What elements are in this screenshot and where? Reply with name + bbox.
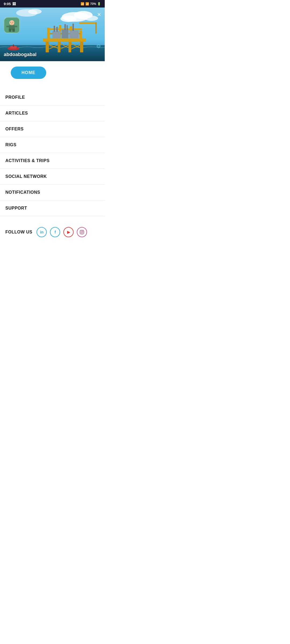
close-button[interactable]: × <box>97 11 101 18</box>
footer: FOLLOW US in f ▶ <box>0 216 105 243</box>
facebook-icon[interactable]: f <box>50 227 60 237</box>
username-label: abdoabogabal <box>4 52 37 57</box>
social-icons: in f ▶ <box>37 227 87 237</box>
svg-rect-35 <box>95 30 97 34</box>
status-bar: 9:05 🖼 📶 📶 73% 🔋 <box>0 0 105 8</box>
svg-rect-10 <box>80 42 83 52</box>
svg-rect-28 <box>54 26 55 32</box>
svg-rect-30 <box>64 24 66 30</box>
wifi-icon: 📶 <box>85 2 89 6</box>
nav-container: HOME PROFILEARTICLESOFFERSRIGSACTIVITIES… <box>0 61 105 216</box>
svg-point-40 <box>9 20 15 25</box>
sim-icon: 📶 <box>81 2 84 6</box>
svg-rect-31 <box>67 25 68 30</box>
status-left: 9:05 🖼 <box>4 2 16 6</box>
svg-point-4 <box>85 16 98 21</box>
settings-button[interactable]: ⚙ <box>96 43 101 49</box>
nav-item-profile[interactable]: PROFILE <box>0 90 105 105</box>
svg-rect-32 <box>73 24 74 31</box>
battery-display: 73% <box>90 2 96 5</box>
svg-point-50 <box>83 231 83 232</box>
header-banner: × ⚙ abdoabogabal <box>0 8 105 61</box>
svg-rect-11 <box>58 42 60 52</box>
nav-item-articles[interactable]: ARTICLES <box>0 105 105 121</box>
linkedin-icon[interactable]: in <box>37 227 47 237</box>
svg-point-6 <box>28 9 42 14</box>
nav-item-social-network[interactable]: SOCIAL NETWORK <box>0 169 105 185</box>
nav-item-activities[interactable]: ACTIVITIES & TRIPS <box>0 153 105 169</box>
nav-item-rigs[interactable]: RIGS <box>0 137 105 153</box>
svg-rect-33 <box>79 22 97 24</box>
nav-menu: PROFILEARTICLESOFFERSRIGSACTIVITIES & TR… <box>0 90 105 216</box>
svg-point-49 <box>81 231 83 233</box>
status-right: 📶 📶 73% 🔋 <box>81 2 101 6</box>
svg-rect-27 <box>69 30 79 38</box>
svg-point-47 <box>12 22 13 23</box>
home-button[interactable]: HOME <box>11 67 46 79</box>
svg-rect-44 <box>6 26 9 27</box>
image-icon: 🖼 <box>12 2 16 6</box>
svg-rect-45 <box>14 26 17 27</box>
svg-rect-26 <box>62 30 68 38</box>
svg-rect-48 <box>80 230 84 234</box>
svg-rect-34 <box>95 22 97 30</box>
user-avatar <box>4 17 20 33</box>
nav-item-support[interactable]: SUPPORT <box>0 200 105 216</box>
svg-rect-42 <box>9 29 11 32</box>
youtube-icon[interactable]: ▶ <box>63 227 74 237</box>
nav-item-offers[interactable]: OFFERS <box>0 121 105 137</box>
nav-item-notifications[interactable]: NOTIFICATIONS <box>0 185 105 200</box>
svg-rect-43 <box>12 29 15 32</box>
battery-icon: 🔋 <box>97 2 101 6</box>
svg-rect-12 <box>68 42 71 52</box>
svg-rect-25 <box>52 31 60 38</box>
svg-point-46 <box>10 22 11 23</box>
svg-point-3 <box>60 16 77 22</box>
instagram-icon[interactable] <box>77 227 87 237</box>
svg-rect-38 <box>13 45 14 47</box>
follow-label: FOLLOW US <box>5 230 32 235</box>
svg-rect-29 <box>56 27 58 32</box>
time-display: 9:05 <box>4 2 11 6</box>
svg-rect-20 <box>79 30 82 39</box>
svg-rect-9 <box>46 42 49 52</box>
